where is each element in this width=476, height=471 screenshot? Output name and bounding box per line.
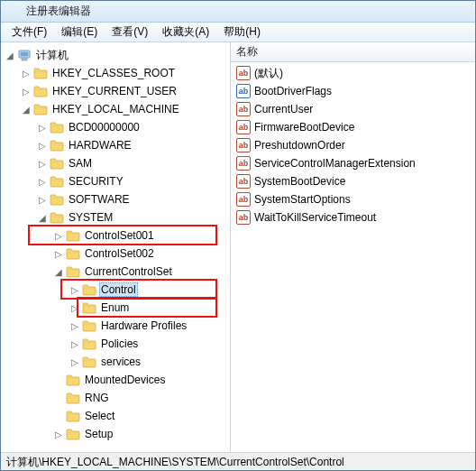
value-row[interactable]: abBootDriverFlags	[231, 82, 475, 100]
tree-label: SOFTWARE	[67, 192, 132, 207]
expand-icon[interactable]: ▷	[69, 357, 80, 367]
tree-label: MountedDevices	[83, 373, 167, 387]
expand-icon[interactable]: ▷	[21, 87, 32, 97]
folder-icon	[82, 301, 96, 314]
computer-icon	[17, 49, 32, 61]
expand-icon[interactable]: ▷	[37, 159, 48, 169]
row-system[interactable]: ◢SYSTEM	[37, 208, 230, 226]
row-bcd[interactable]: ▷BCD00000000	[37, 118, 230, 136]
menu-edit[interactable]: 编辑(E)	[54, 23, 105, 42]
folder-icon	[50, 139, 64, 152]
value-row[interactable]: abPreshutdownOrder	[231, 136, 475, 154]
tree-pane[interactable]: ◢ 计算机 ▷ HKEY_CLASSES_ROOT ▷	[1, 42, 231, 452]
folder-icon	[50, 193, 64, 206]
expand-icon[interactable]: ▷	[37, 177, 48, 187]
tree-label: HARDWARE	[67, 138, 133, 152]
value-row[interactable]: abWaitToKillServiceTimeout	[231, 208, 475, 226]
row-cs2[interactable]: ▷ControlSet002	[53, 245, 230, 263]
folder-icon	[82, 337, 96, 350]
expand-icon[interactable]: ▷	[69, 303, 80, 313]
tree-label: CurrentControlSet	[83, 264, 174, 279]
expand-icon[interactable]: ◢	[5, 51, 15, 60]
tree-label: Setup	[83, 427, 114, 441]
menu-fav[interactable]: 收藏夹(A)	[155, 23, 216, 42]
row-hwprof[interactable]: ▷Hardware Profiles	[69, 317, 230, 335]
row-hlm[interactable]: ◢ HKEY_LOCAL_MACHINE	[21, 100, 230, 118]
list-header[interactable]: 名称	[231, 42, 475, 62]
row-md[interactable]: ▷MountedDevices	[53, 371, 230, 389]
value-row[interactable]: abSystemBootDevice	[231, 172, 475, 190]
value-row[interactable]: ab(默认)	[231, 64, 475, 82]
tree-label-selected: Control	[99, 282, 138, 297]
row-pol[interactable]: ▷Policies	[69, 335, 230, 353]
folder-icon	[82, 356, 96, 368]
tree-label: Hardware Profiles	[99, 319, 188, 333]
menubar: 文件(F) 编辑(E) 查看(V) 收藏夹(A) 帮助(H)	[1, 23, 475, 42]
folder-icon	[50, 157, 64, 170]
reg-dword-icon: ab	[236, 84, 251, 98]
expand-icon[interactable]: ▷	[53, 429, 64, 439]
value-name: SystemStartOptions	[254, 193, 351, 206]
row-control[interactable]: ▷Control	[69, 281, 230, 299]
list-body: ab(默认)abBootDriverFlagsabCurrentUserabFi…	[231, 62, 475, 228]
tree-label: Enum	[99, 300, 131, 315]
row-computer[interactable]: ◢ 计算机	[5, 46, 230, 64]
value-row[interactable]: abSystemStartOptions	[231, 190, 475, 208]
folder-icon	[66, 229, 80, 242]
folder-icon	[33, 103, 48, 115]
row-sam[interactable]: ▷SAM	[37, 154, 230, 172]
expand-icon[interactable]: ◢	[21, 105, 32, 115]
row-sec[interactable]: ▷SECURITY	[37, 172, 230, 190]
statusbar: 计算机\HKEY_LOCAL_MACHINE\SYSTEM\CurrentCon…	[1, 452, 475, 470]
folder-icon	[50, 121, 64, 134]
app-icon	[6, 5, 21, 19]
content-area: ◢ 计算机 ▷ HKEY_CLASSES_ROOT ▷	[1, 42, 475, 452]
row-cs1[interactable]: ▷ControlSet001	[53, 226, 230, 245]
expand-icon[interactable]: ▷	[53, 249, 64, 259]
folder-icon	[50, 211, 64, 224]
tree-label: HKEY_CLASSES_ROOT	[50, 66, 177, 80]
expand-icon[interactable]: ◢	[53, 267, 64, 277]
expand-icon[interactable]: ▷	[37, 141, 48, 151]
value-row[interactable]: abServiceControlManagerExtension	[231, 154, 475, 172]
tree-label: HKEY_CURRENT_USER	[50, 84, 178, 98]
value-row[interactable]: abCurrentUser	[231, 100, 475, 118]
expand-icon[interactable]: ▷	[37, 195, 48, 205]
row-svc[interactable]: ▷services	[69, 353, 230, 371]
row-hw[interactable]: ▷HARDWARE	[37, 136, 230, 154]
row-hcr[interactable]: ▷ HKEY_CLASSES_ROOT	[21, 64, 230, 82]
tree-label: Select	[83, 409, 116, 423]
row-rng[interactable]: ▷RNG	[53, 389, 230, 407]
row-soft[interactable]: ▷SOFTWARE	[37, 190, 230, 208]
row-hcu[interactable]: ▷ HKEY_CURRENT_USER	[21, 82, 230, 100]
row-enum[interactable]: ▷Enum	[69, 299, 230, 317]
expand-icon[interactable]: ▷	[21, 69, 32, 78]
value-name: FirmwareBootDevice	[254, 121, 354, 134]
tree-root: ◢ 计算机 ▷ HKEY_CLASSES_ROOT ▷	[5, 46, 230, 443]
values-pane[interactable]: 名称 ab(默认)abBootDriverFlagsabCurrentUsera…	[231, 42, 475, 452]
row-sel[interactable]: ▷Select	[53, 407, 230, 425]
reg-sz-icon: ab	[236, 210, 251, 225]
status-path: 计算机\HKEY_LOCAL_MACHINE\SYSTEM\CurrentCon…	[6, 456, 344, 468]
expand-icon[interactable]: ▷	[69, 321, 80, 331]
menu-file[interactable]: 文件(F)	[5, 23, 54, 42]
menu-help[interactable]: 帮助(H)	[216, 23, 268, 42]
value-row[interactable]: abFirmwareBootDevice	[231, 118, 475, 136]
folder-icon	[66, 428, 80, 440]
expand-icon[interactable]: ▷	[69, 285, 80, 295]
value-name: WaitToKillServiceTimeout	[254, 211, 376, 224]
row-ccs[interactable]: ◢CurrentControlSet	[53, 263, 230, 281]
tree-label: BCD00000000	[67, 120, 142, 134]
folder-icon	[33, 67, 48, 79]
expand-icon[interactable]: ▷	[37, 123, 48, 133]
expand-icon[interactable]: ▷	[69, 339, 80, 349]
expand-icon[interactable]: ◢	[37, 213, 48, 223]
column-name[interactable]: 名称	[236, 44, 258, 60]
folder-icon	[66, 392, 80, 404]
expand-icon[interactable]: ▷	[53, 231, 64, 241]
row-setup[interactable]: ▷Setup	[53, 425, 230, 443]
menu-view[interactable]: 查看(V)	[105, 23, 155, 42]
titlebar[interactable]: 注册表编辑器	[1, 1, 475, 23]
reg-sz-icon: ab	[236, 156, 251, 171]
registry-editor-window: 注册表编辑器 文件(F) 编辑(E) 查看(V) 收藏夹(A) 帮助(H) ◢ …	[0, 0, 476, 471]
